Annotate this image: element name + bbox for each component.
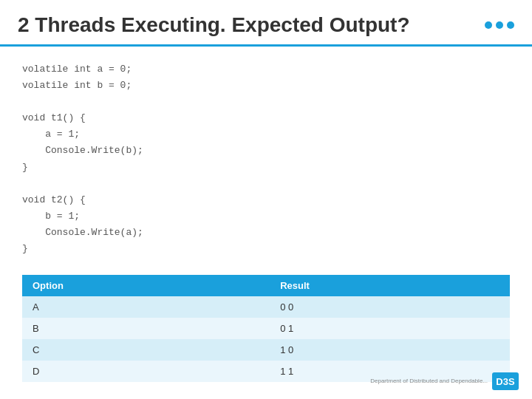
cell-option: D xyxy=(22,361,270,382)
cell-result: 1 0 xyxy=(270,339,510,361)
cell-option: C xyxy=(22,339,270,361)
d3s-logo: D3S xyxy=(492,372,519,390)
dot-3 xyxy=(507,21,514,29)
header-result: Result xyxy=(270,275,510,296)
slide-title: 2 Threads Executing. Expected Output? xyxy=(18,13,410,37)
results-table: Option Result A0 0B0 1C1 0D1 1 xyxy=(22,275,510,382)
title-bar: 2 Threads Executing. Expected Output? xyxy=(0,0,532,47)
code-block: volatile int a = 0; volatile int b = 0; … xyxy=(22,61,510,257)
header-row: Option Result xyxy=(22,275,510,296)
slide: 2 Threads Executing. Expected Output? vo… xyxy=(0,0,532,399)
code-line-1: volatile int a = 0; volatile int b = 0; … xyxy=(22,64,143,254)
table-row: C1 0 xyxy=(22,339,510,361)
table-row: A0 0 xyxy=(22,296,510,318)
footer: Department of Distributed and Dependable… xyxy=(370,372,519,390)
dot-1 xyxy=(485,21,492,29)
cell-result: 0 0 xyxy=(270,296,510,318)
dot-2 xyxy=(496,21,503,29)
table-header: Option Result xyxy=(22,275,510,296)
table-body: A0 0B0 1C1 0D1 1 xyxy=(22,296,510,382)
cell-option: B xyxy=(22,318,270,339)
dots-container xyxy=(485,21,514,29)
header-option: Option xyxy=(22,275,270,296)
footer-text: Department of Distributed and Dependable… xyxy=(370,378,488,385)
table-row: B0 1 xyxy=(22,318,510,339)
cell-option: A xyxy=(22,296,270,318)
cell-result: 0 1 xyxy=(270,318,510,339)
code-section: volatile int a = 0; volatile int b = 0; … xyxy=(0,47,532,267)
table-section: Option Result A0 0B0 1C1 0D1 1 xyxy=(0,267,532,389)
